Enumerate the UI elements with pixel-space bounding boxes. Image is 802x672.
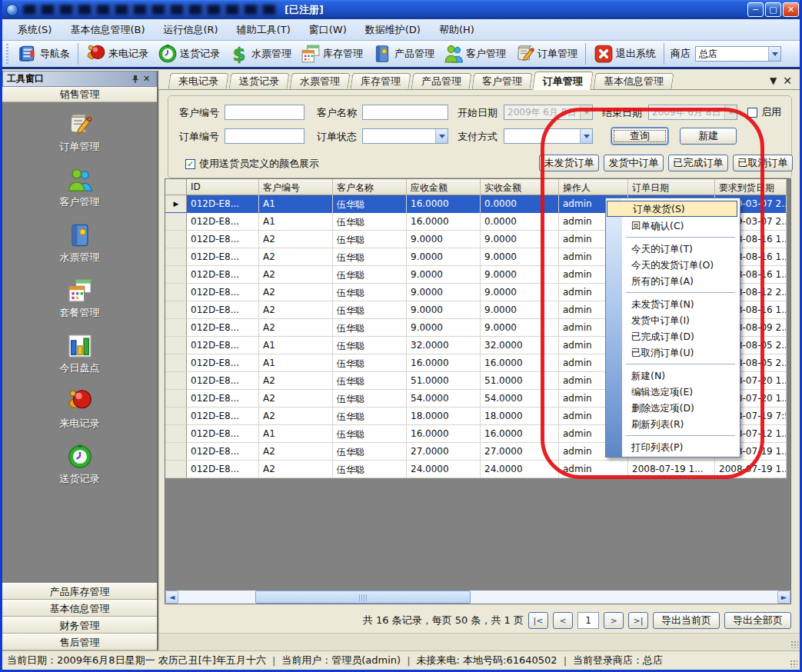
page-number-input[interactable]: 1 bbox=[577, 612, 599, 629]
sidebar-group-bar-4[interactable]: 售后管理 bbox=[2, 634, 157, 650]
tab-list-dropdown-icon[interactable]: ▼ bbox=[770, 76, 777, 85]
menubar-item-7[interactable]: 帮助(H) bbox=[430, 20, 484, 40]
sidebar-item-5[interactable]: 今日盘点 bbox=[2, 333, 157, 375]
horizontal-scrollbar[interactable]: ◄ ► bbox=[165, 590, 790, 604]
grid-column-header-3[interactable]: 客户名称 bbox=[333, 179, 407, 195]
toolbar-button-1[interactable]: 导航条 bbox=[13, 42, 75, 65]
grid-column-header-4[interactable]: 应收金额 bbox=[407, 179, 481, 195]
toolbar-button-4[interactable]: $水票管理 bbox=[225, 42, 296, 65]
row-selector-cell[interactable] bbox=[165, 425, 187, 443]
grid-column-header-1[interactable]: ID bbox=[187, 179, 259, 195]
first-page-button[interactable]: |< bbox=[528, 612, 548, 629]
menubar-item-1[interactable]: 系统(S) bbox=[8, 20, 61, 40]
toolbar-button-8[interactable]: 订单管理 bbox=[511, 42, 582, 65]
end-date-picker[interactable]: 2009年 6月 8日 bbox=[648, 105, 737, 120]
order-status-select[interactable] bbox=[362, 128, 448, 144]
prev-page-button[interactable]: < bbox=[553, 612, 573, 629]
sidebar-group-bar-3[interactable]: 财务管理 bbox=[2, 617, 157, 634]
row-selector-cell[interactable] bbox=[165, 408, 187, 425]
row-selector-cell[interactable] bbox=[165, 266, 187, 284]
sidebar-group-bar-1[interactable]: 产品库存管理 bbox=[2, 583, 157, 600]
checkbox-unchecked-icon[interactable] bbox=[747, 108, 757, 118]
row-selector-cell[interactable] bbox=[165, 248, 187, 266]
toolbar-button-6[interactable]: 产品管理 bbox=[368, 42, 439, 65]
chevron-down-icon[interactable] bbox=[580, 129, 592, 143]
menubar-item-5[interactable]: 窗口(W) bbox=[300, 20, 356, 40]
close-panel-icon[interactable]: ✕ bbox=[141, 74, 152, 85]
tab-close-icon[interactable]: ✕ bbox=[783, 75, 792, 86]
tab-5[interactable]: 产品管理 bbox=[411, 73, 472, 89]
sidebar-item-3[interactable]: 水票管理 bbox=[2, 222, 157, 264]
row-selector-cell[interactable]: ▶ bbox=[165, 195, 187, 213]
maximize-button[interactable]: ▢ bbox=[765, 2, 781, 17]
grid-column-header-8[interactable]: 要求到货日期 bbox=[715, 179, 787, 195]
pay-method-select[interactable] bbox=[504, 128, 593, 144]
start-date-picker[interactable]: 2009年 6月 8日 bbox=[504, 105, 593, 120]
tab-7[interactable]: 订单管理 bbox=[532, 72, 593, 90]
context-menu-item-16[interactable]: 刷新列表(R) bbox=[606, 416, 738, 432]
status-filter-button-3[interactable]: 已完成订单 bbox=[668, 155, 728, 171]
grid-column-header-5[interactable]: 实收金额 bbox=[481, 179, 559, 195]
status-filter-button-2[interactable]: 发货中订单 bbox=[604, 155, 664, 171]
grid-column-header-6[interactable]: 操作人 bbox=[559, 179, 628, 195]
sidebar-item-2[interactable]: 客户管理 bbox=[2, 167, 157, 209]
table-row[interactable]: 012D-E8...A2伍华聪24.000024.0000admin2008-0… bbox=[165, 461, 787, 478]
row-selector-cell[interactable] bbox=[165, 443, 187, 461]
customer-name-input[interactable] bbox=[362, 105, 448, 120]
last-page-button[interactable]: >| bbox=[628, 612, 648, 629]
grid-column-header-2[interactable]: 客户编号 bbox=[259, 179, 333, 195]
row-selector-cell[interactable] bbox=[165, 337, 187, 354]
chevron-down-icon[interactable] bbox=[768, 47, 780, 61]
export-all-pages-button[interactable]: 导出全部页 bbox=[724, 612, 791, 629]
scroll-left-icon[interactable]: ◄ bbox=[165, 590, 178, 604]
chevron-down-icon[interactable] bbox=[580, 105, 592, 119]
row-selector-cell[interactable] bbox=[165, 213, 187, 231]
row-selector-cell[interactable] bbox=[165, 319, 187, 337]
tab-4[interactable]: 库存管理 bbox=[351, 73, 411, 89]
status-filter-button-1[interactable]: 未发货订单 bbox=[539, 155, 599, 171]
context-menu-item-18[interactable]: 打印列表(P) bbox=[606, 439, 738, 455]
toolbar-button-3[interactable]: 送货记录 bbox=[153, 42, 225, 65]
pin-icon[interactable] bbox=[129, 74, 141, 85]
color-display-checkbox[interactable]: ✓ 使用送货员定义的颜色展示 bbox=[185, 157, 319, 171]
context-menu-item-8[interactable]: 未发货订单(N) bbox=[606, 296, 738, 312]
row-selector-cell[interactable] bbox=[165, 461, 187, 478]
toolbar-button-2[interactable]: 来电记录 bbox=[82, 42, 153, 65]
context-menu-item-11[interactable]: 已取消订单(U) bbox=[606, 344, 738, 361]
context-menu-item-6[interactable]: 所有的订单(A) bbox=[606, 273, 738, 289]
tab-2[interactable]: 送货记录 bbox=[229, 73, 290, 89]
grid-column-header-7[interactable]: 订单日期 bbox=[628, 179, 715, 195]
tab-8[interactable]: 基本信息管理 bbox=[594, 73, 674, 89]
scroll-right-icon[interactable]: ► bbox=[777, 590, 790, 604]
row-selector-cell[interactable] bbox=[165, 301, 187, 319]
menubar-item-2[interactable]: 基本信息管理(B) bbox=[61, 20, 154, 40]
context-menu-item-2[interactable]: 回单确认(C) bbox=[606, 218, 738, 234]
query-button[interactable]: 查询 bbox=[611, 128, 668, 145]
toolbar-button-5[interactable]: 库存管理 bbox=[296, 42, 368, 65]
customer-no-input[interactable] bbox=[225, 105, 304, 120]
menubar-item-4[interactable]: 辅助工具(T) bbox=[228, 20, 300, 40]
context-menu-item-4[interactable]: 今天的订单(T) bbox=[606, 241, 738, 257]
minimize-button[interactable]: ─ bbox=[747, 2, 764, 17]
enable-date-checkbox[interactable]: 启用 bbox=[747, 105, 781, 119]
tab-1[interactable]: 来电记录 bbox=[168, 73, 229, 89]
sidebar-item-1[interactable]: 订单管理 bbox=[2, 111, 157, 154]
context-menu-item-14[interactable]: 编辑选定项(E) bbox=[606, 384, 738, 400]
toolbar-button-9[interactable]: 退出系统 bbox=[589, 42, 661, 65]
context-menu-item-15[interactable]: 删除选定项(D) bbox=[606, 400, 738, 416]
shop-combobox[interactable]: 总店 bbox=[695, 46, 781, 62]
context-menu-item-5[interactable]: 今天的发货订单(O) bbox=[606, 257, 738, 273]
toolbar-grip[interactable] bbox=[5, 44, 11, 64]
row-selector-cell[interactable] bbox=[165, 231, 187, 248]
close-button[interactable]: ✕ bbox=[783, 2, 799, 17]
chevron-down-icon[interactable] bbox=[435, 129, 448, 143]
row-selector-cell[interactable] bbox=[165, 284, 187, 301]
menubar-item-6[interactable]: 数据维护(D) bbox=[356, 20, 430, 40]
export-current-page-button[interactable]: 导出当前页 bbox=[653, 612, 720, 629]
row-selector-cell[interactable] bbox=[165, 390, 187, 408]
sidebar-item-6[interactable]: 来电记录 bbox=[2, 388, 157, 431]
context-menu-item-1[interactable]: 订单发货(S) bbox=[607, 201, 737, 217]
next-page-button[interactable]: > bbox=[604, 612, 624, 629]
toolbar-button-7[interactable]: 客户管理 bbox=[439, 42, 511, 65]
scrollbar-thumb[interactable] bbox=[255, 590, 471, 604]
